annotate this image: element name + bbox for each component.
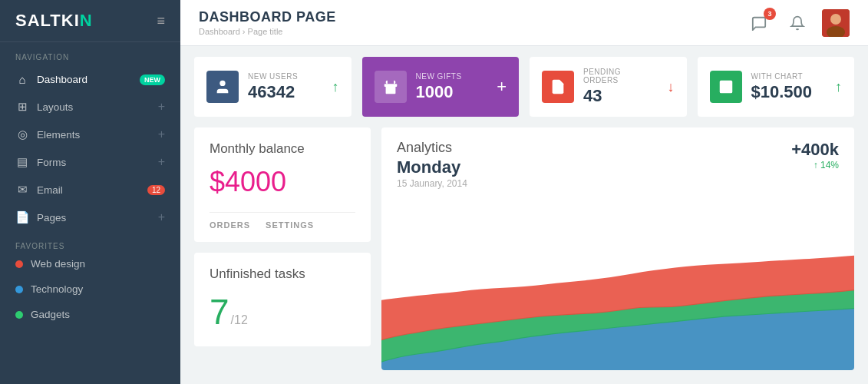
new-badge: NEW — [140, 74, 165, 85]
sidebar-item-technology[interactable]: Technology — [0, 276, 180, 302]
sidebar-item-label: Technology — [31, 283, 165, 295]
sidebar: SALTKIN ≡ NAVIGATION ⌂ Dashboard NEW ⊞ L… — [0, 0, 180, 384]
analytics-big-stat: +400k — [791, 140, 839, 160]
email-icon: ✉ — [15, 183, 29, 197]
stat-card-new-users: NEW USERS 46342 ↑ — [194, 57, 351, 117]
stat-cards-row: NEW USERS 46342 ↑ NEW GIFTS 1000 + — [194, 57, 854, 117]
with-chart-label: WITH CHART — [751, 72, 827, 81]
plus-icon: + — [158, 127, 165, 141]
svg-rect-4 — [384, 84, 397, 87]
pending-orders-arrow: ↓ — [668, 79, 675, 95]
main-content: DASHBOARD PAGE Dashboard › Page title 3 — [180, 0, 868, 384]
stat-card-with-chart: WITH CHART $10.500 ↑ — [698, 57, 855, 117]
sidebar-item-webdesign[interactable]: Web design — [0, 255, 180, 276]
nav-section-label: NAVIGATION — [0, 42, 180, 66]
fav-section-label: FAVORITES — [0, 231, 180, 255]
sidebar-logo: SALTKIN ≡ — [0, 0, 180, 42]
chat-badge: 3 — [764, 8, 776, 20]
tasks-count: 7 /12 — [210, 291, 355, 333]
sidebar-item-dashboard[interactable]: ⌂ Dashboard NEW — [0, 66, 180, 93]
elements-icon: ◎ — [15, 127, 29, 141]
tasks-total: /12 — [231, 313, 248, 327]
sidebar-item-gadgets[interactable]: Gadgets — [0, 302, 180, 327]
bell-button[interactable] — [784, 9, 811, 37]
sidebar-item-email[interactable]: ✉ Email 12 — [0, 176, 180, 204]
chat-button[interactable]: 3 — [745, 9, 773, 37]
forms-icon: ▤ — [15, 155, 29, 169]
plus-icon: + — [158, 155, 165, 169]
with-chart-value: $10.500 — [751, 82, 827, 102]
sidebar-item-label: Forms — [37, 157, 158, 168]
content-wrapper: NEW USERS 46342 ↑ NEW GIFTS 1000 + — [180, 46, 868, 384]
avatar[interactable] — [822, 9, 850, 37]
analytics-text: Analytics Monday 15 Jaunary, 2014 — [397, 140, 467, 189]
new-users-arrow: ↑ — [332, 79, 339, 95]
sidebar-item-label: Dashboard — [37, 74, 140, 85]
sidebar-item-layouts[interactable]: ⊞ Layouts + — [0, 93, 180, 121]
layouts-icon: ⊞ — [15, 100, 29, 114]
analytics-stats: +400k ↑ 14% — [791, 140, 839, 170]
sidebar-item-label: Email — [37, 184, 147, 196]
svg-point-1 — [830, 14, 841, 25]
new-gifts-info: NEW GIFTS 1000 — [416, 72, 488, 102]
with-chart-arrow: ↑ — [835, 79, 842, 95]
sidebar-item-elements[interactable]: ◎ Elements + — [0, 121, 180, 148]
svg-rect-7 — [719, 81, 732, 94]
technology-dot — [15, 286, 23, 293]
sidebar-item-label: Layouts — [37, 101, 158, 113]
plus-icon: + — [158, 100, 165, 114]
new-gifts-value: 1000 — [416, 82, 488, 102]
tasks-title: Unfinished tasks — [210, 266, 355, 282]
gadgets-dot — [15, 311, 23, 319]
page-title: DASHBOARD PAGE — [199, 9, 745, 25]
svg-point-3 — [219, 81, 225, 86]
stat-card-pending-orders: PENDING ORDERS 43 ↓ — [530, 57, 687, 117]
plus-icon: + — [158, 210, 165, 224]
pending-orders-label: PENDING ORDERS — [583, 68, 658, 84]
logo-text: SALTKIN — [15, 11, 93, 31]
sidebar-item-label: Gadgets — [31, 309, 165, 320]
new-gifts-arrow: + — [497, 77, 507, 97]
balance-amount: $4000 — [210, 166, 355, 198]
balance-title: Monthly balance — [210, 141, 355, 157]
webdesign-dot — [15, 260, 23, 268]
stat-card-new-gifts: NEW GIFTS 1000 + — [362, 57, 520, 117]
settings-tab[interactable]: SETTINGS — [266, 220, 314, 231]
logo-slash: N — [80, 11, 93, 30]
tasks-num: 7 — [210, 291, 229, 333]
balance-card: Monthly balance $4000 ORDERS SETTINGS — [194, 127, 371, 242]
new-users-label: NEW USERS — [248, 72, 323, 81]
pending-orders-info: PENDING ORDERS 43 — [583, 68, 658, 106]
topbar: DASHBOARD PAGE Dashboard › Page title 3 — [180, 0, 868, 46]
pages-icon: 📄 — [15, 210, 29, 224]
balance-tabs: ORDERS SETTINGS — [210, 212, 355, 231]
chart-container — [381, 195, 854, 370]
topbar-title-area: DASHBOARD PAGE Dashboard › Page title — [199, 9, 745, 36]
new-gifts-label: NEW GIFTS — [416, 72, 488, 81]
tasks-card: Unfinished tasks 7 /12 — [194, 253, 371, 346]
pending-orders-icon — [542, 71, 574, 103]
new-gifts-icon — [375, 71, 407, 103]
bottom-section: Monthly balance $4000 ORDERS SETTINGS Un… — [194, 127, 854, 370]
orders-tab[interactable]: ORDERS — [210, 220, 250, 231]
new-users-value: 46342 — [248, 82, 323, 102]
breadcrumb: Dashboard › Page title — [199, 27, 745, 36]
sidebar-item-pages[interactable]: 📄 Pages + — [0, 204, 180, 231]
avatar-image — [822, 9, 850, 37]
sidebar-item-label: Elements — [37, 129, 158, 141]
new-users-icon — [206, 71, 239, 103]
hamburger-icon[interactable]: ≡ — [157, 13, 165, 29]
with-chart-icon — [710, 71, 742, 103]
sidebar-item-label: Web design — [31, 258, 165, 270]
new-users-info: NEW USERS 46342 — [248, 72, 323, 102]
email-badge: 12 — [147, 185, 165, 195]
analytics-card: Analytics Monday 15 Jaunary, 2014 +400k … — [381, 127, 854, 370]
topbar-icons: 3 — [745, 9, 850, 37]
analytics-day: Monday — [397, 157, 467, 177]
sidebar-item-forms[interactable]: ▤ Forms + — [0, 148, 180, 176]
analytics-title: Analytics — [397, 140, 467, 156]
pending-orders-value: 43 — [583, 86, 658, 106]
analytics-header: Analytics Monday 15 Jaunary, 2014 +400k … — [381, 127, 854, 195]
sidebar-item-label: Pages — [37, 212, 158, 223]
home-icon: ⌂ — [15, 73, 29, 86]
